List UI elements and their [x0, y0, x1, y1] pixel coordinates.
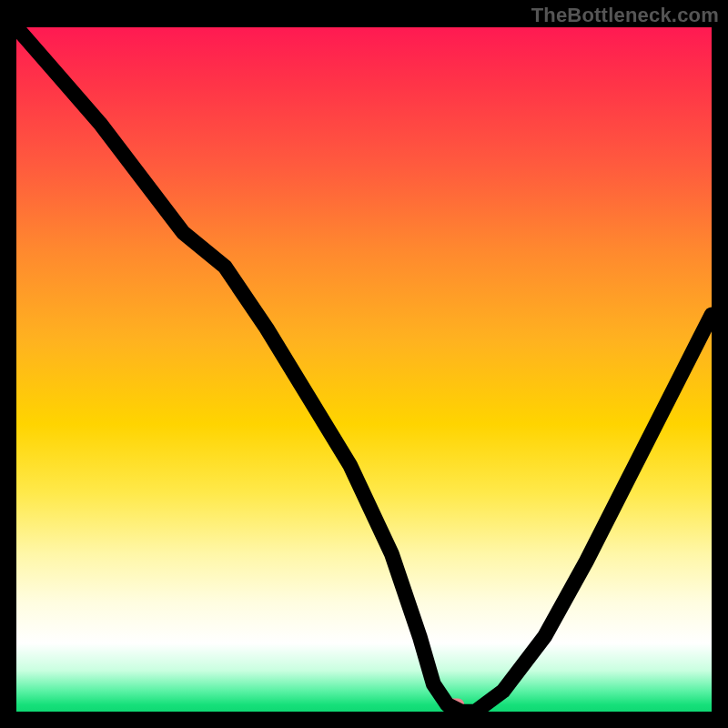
plot-area [16, 27, 712, 712]
chart-frame: TheBottleneck.com [0, 0, 728, 728]
attribution-text: TheBottleneck.com [531, 4, 719, 27]
curve-path [16, 27, 712, 712]
bottleneck-curve [16, 27, 712, 712]
